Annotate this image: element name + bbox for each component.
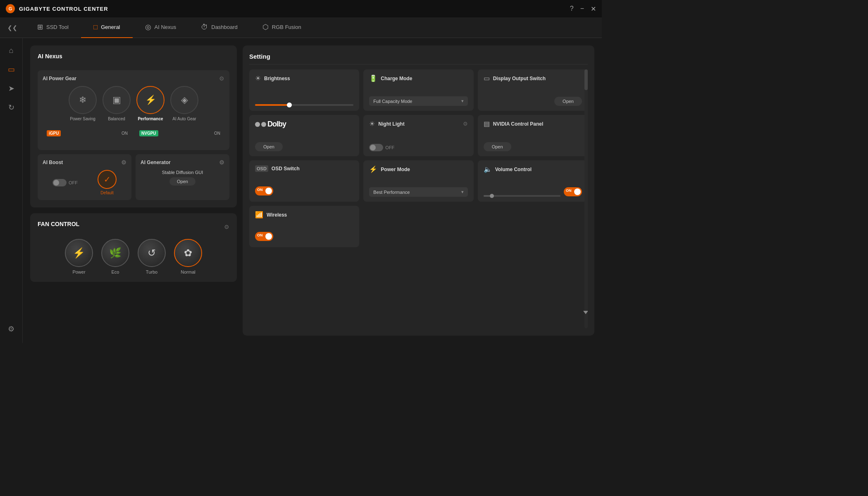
tab-ssd-tool[interactable]: ⊞ SSD Tool [25,17,81,38]
ai-bottom-row: AI Boost ⚙ OFF ✓ [38,154,229,200]
power-mode-arrow: ▾ [461,189,464,195]
nvidia-open-button[interactable]: Open [484,142,511,151]
power-saving-icon: ❄ [69,86,97,114]
igpu-state: ON [122,131,128,136]
wireless-toggle[interactable]: ON [255,232,273,241]
osd-header: OSD OSD Switch [255,165,353,172]
sidebar-item-refresh[interactable]: ↻ [3,99,19,116]
wireless-on-label: ON [257,233,263,237]
brightness-header: ☀ Brightness [255,74,353,82]
fan-normal-label: Normal [181,269,195,274]
charge-mode-dropdown[interactable]: Full Capacity Mode ▾ [369,96,467,106]
night-light-toggle[interactable]: OFF [369,144,467,151]
settings-panel: Setting ☀ Brightness [243,45,594,336]
ai-power-gear-settings-icon[interactable]: ⚙ [219,75,224,82]
night-light-icon: ☀ [369,120,375,128]
volume-control-area: ON [484,187,582,197]
fan-turbo-mode[interactable]: ↺ Turbo [138,239,166,274]
osd-toggle[interactable]: ON [255,186,273,196]
scrollbar-thumb[interactable] [584,69,588,90]
power-mode-card: ⚡ Power Mode Best Performance ▾ [363,160,473,202]
ai-power-gear-label: AI Power Gear [43,76,76,81]
brightness-thumb[interactable] [287,103,292,107]
minimize-icon[interactable]: − [580,5,584,12]
wireless-toggle-thumb [265,233,272,240]
power-mode-header: ⚡ Power Mode [369,165,467,173]
tab-rgb-fusion[interactable]: ⬡ RGB Fusion [250,17,314,38]
ai-boost-default-area: ✓ Default [98,170,117,195]
fan-power-icon: ⚡ [65,239,93,267]
fan-eco-mode[interactable]: 🌿 Eco [101,239,129,274]
nav-tabs: ❮❮ ⊞ SSD Tool □ General ◎ AI Nexus ⏱ Das… [0,17,602,38]
ai-boost-check-icon: ✓ [98,170,117,189]
power-saving-mode[interactable]: ❄ Power Saving [69,86,97,121]
nvidia-header: ▤ NVIDIA Control Panel [484,120,582,128]
nav-collapse-button[interactable]: ❮❮ [4,24,21,31]
ai-generator-open-button[interactable]: Open [169,177,196,186]
igpu-toggle[interactable]: iGPU ON [43,127,132,139]
performance-mode[interactable]: ⚡ Performance [136,86,165,121]
brightness-icon: ☀ [255,74,261,82]
osd-icon: OSD [255,165,268,172]
fan-control-settings-icon[interactable]: ⚙ [224,224,229,230]
display-output-open-button[interactable]: Open [554,97,582,106]
night-light-gear-icon[interactable]: ⚙ [463,121,468,127]
volume-toggle-thumb [574,188,581,195]
fan-normal-mode[interactable]: ✿ Normal [174,239,202,274]
brightness-label: Brightness [264,76,290,81]
osd-label: OSD Switch [272,166,300,172]
sidebar-item-updates[interactable]: ➤ [3,80,19,97]
ai-boost-settings-icon[interactable]: ⚙ [121,159,126,166]
nvgpu-toggle[interactable]: NVGPU ON [135,127,224,139]
osd-toggle-area: ON [255,186,353,197]
help-icon[interactable]: ? [570,5,574,12]
volume-toggle[interactable]: ON [564,187,582,196]
volume-slider[interactable] [484,195,560,197]
nvidia-icon: ▤ [484,120,490,128]
dolby-dot-1 [255,122,260,127]
balanced-label: Balanced [108,117,125,121]
igpu-badge: iGPU [47,130,61,136]
brightness-track [255,104,353,106]
tab-ai-nexus[interactable]: ◎ AI Nexus [133,17,189,38]
tab-general[interactable]: □ General [81,17,133,38]
tab-ssd-label: SSD Tool [46,24,69,30]
fan-normal-icon: ✿ [174,239,202,267]
osd-on-label: ON [257,188,263,192]
volume-thumb[interactable] [490,194,494,198]
scroll-down-arrow[interactable] [583,310,588,316]
balanced-mode[interactable]: ▣ Balanced [103,86,131,121]
main-content: ⌂ ▭ ➤ ↻ ⚙ AI Nexus AI Power Gear ⚙ [0,38,602,343]
dolby-card: Dolby Open [249,115,359,156]
dolby-header: Dolby [255,120,353,129]
ssd-tool-icon: ⊞ [37,23,43,31]
ai-boost-title: AI Boost [43,160,63,165]
power-mode-dropdown[interactable]: Best Performance ▾ [369,187,467,197]
tab-dashboard[interactable]: ⏱ Dashboard [188,17,250,38]
ai-auto-gear-label: AI Auto Gear [172,117,196,121]
dolby-open-button[interactable]: Open [255,142,283,151]
ai-generator-settings-icon[interactable]: ⚙ [219,159,224,166]
fan-power-mode[interactable]: ⚡ Power [65,239,93,274]
ai-boost-state: OFF [69,180,78,185]
brightness-slider[interactable] [255,101,353,106]
sidebar-item-settings[interactable]: ⚙ [3,321,19,337]
power-mode-label: Power Mode [381,167,410,172]
ai-generator-title: AI Generator [141,160,171,165]
ai-boost-content: OFF ✓ Default [43,170,126,195]
close-icon[interactable]: ✕ [591,5,596,13]
volume-label: Volume Control [495,167,532,172]
volume-header: 🔈 Volume Control [484,165,582,173]
sidebar-item-display[interactable]: ▭ [3,61,19,78]
tab-ai-nexus-label: AI Nexus [155,24,176,30]
app-title: GIGABYTE CONTROL CENTER [19,6,108,12]
scrollbar-track [584,69,588,328]
ai-nexus-card: AI Nexus AI Power Gear ⚙ ❄ Power Saving [30,45,237,207]
charge-mode-label: Charge Mode [381,76,412,81]
osd-switch-card: OSD OSD Switch ON [249,160,359,202]
ai-generator-card: AI Generator ⚙ Stable Diffusion GUI Open [136,154,229,200]
ai-auto-gear-mode[interactable]: ◈ AI Auto Gear [170,86,198,121]
ai-boost-toggle[interactable]: OFF [52,179,78,186]
display-output-icon: ▭ [484,74,490,82]
sidebar-item-home[interactable]: ⌂ [3,42,19,59]
